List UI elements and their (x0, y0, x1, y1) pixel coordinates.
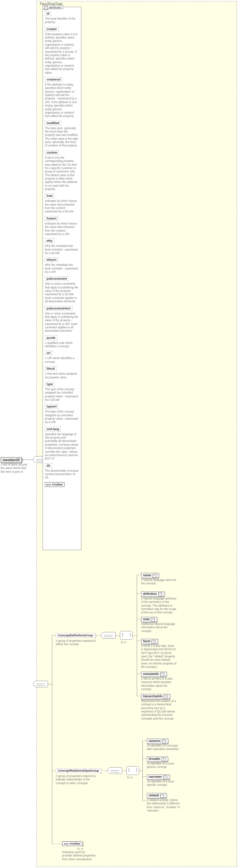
attr-anyOther-box: any ##other (45, 482, 64, 487)
attributes-list: idThe local identifier of the property.c… (45, 11, 79, 488)
elem-definition: definition+ (141, 591, 164, 597)
c-related (142, 801, 147, 801)
connector-seq-out (48, 684, 52, 684)
c-definition (137, 593, 141, 594)
attr-uri: uriA URI which identifies a concept. (45, 351, 79, 363)
attr-label-modified: modified (45, 121, 61, 125)
root-element-memberOf: memberOf (1, 457, 22, 463)
elem-remoteInfo: remoteInfo+ (141, 672, 166, 677)
attr-how: howIndicates by which means the value wa… (45, 193, 79, 213)
elem-narrower: narrower+ (147, 774, 169, 780)
connector-any (52, 844, 62, 844)
attr-label-pubconstraint: pubconstraint (45, 276, 69, 281)
connector-cdg-out (95, 635, 101, 636)
spine-crg (142, 741, 143, 801)
attr-anyOther: any ##other (45, 482, 79, 487)
elem-broader-desc: An identifier of a more generic concept. (147, 762, 182, 769)
group-ConceptRelationshipsGroup-desc: A group of properites required to indica… (56, 774, 96, 785)
attr-pubconstrainturi: pubconstrainturiOne or many constraints … (45, 306, 79, 333)
attr-label-xml:lang: xml:lang (45, 427, 61, 431)
attr-desc-howuri: Indicates by which means the value was e… (45, 222, 79, 236)
c-note (137, 619, 141, 619)
main-sequence (33, 681, 48, 687)
attr-label-whyuri: whyuri (45, 257, 58, 262)
spine-main (52, 635, 52, 844)
attr-whyuri: whyuriWhy the metadata has been included… (45, 257, 79, 274)
attr-literal: literalA free-text value assigned as pro… (45, 366, 79, 379)
attr-desc-modified: The date (and, optionally, the time) whe… (45, 126, 79, 147)
attr-modified: modifiedThe date (and, optionally, the t… (45, 121, 79, 147)
elem-hierarchyInfo: hierarchyInfo+ (141, 694, 169, 699)
elem-name: name+ (141, 573, 158, 578)
attr-desc-pubconstraint: One or many constraints that apply to pu… (45, 282, 79, 303)
cdg-sequence (101, 632, 116, 639)
c-hierarchyInfo (137, 696, 141, 696)
elem-related-desc: A related concept, where the relationshi… (147, 798, 182, 812)
attr-desc-qcode: A qualified code which identifies a conc… (45, 341, 79, 348)
crg-occ: 0..∞ (127, 776, 133, 779)
c-narrower (142, 776, 147, 777)
attr-label-custom: custom (45, 150, 59, 155)
attr-howuri: howuriIndicates by which means the value… (45, 216, 79, 236)
attr-desc-uri: A URI which identifies a concept. (45, 356, 79, 363)
root-element-desc: A set of Items around the same theme tha… (1, 463, 31, 473)
group-ConceptDefinitionGroup: ConceptDefinitionGroup (56, 633, 95, 638)
attr-why: whyWhy the metadata has been included - … (45, 238, 79, 255)
elem-facet: facet+ (141, 639, 157, 644)
attr-xml:lang: xml:langSpecifies the language of this p… (45, 427, 79, 461)
attr-custom: customIf set to true the corresponding p… (45, 150, 79, 191)
attr-label-why: why (45, 238, 54, 243)
attr-id: idThe local identifier of the property. (45, 11, 79, 24)
spine-cdg (137, 575, 137, 696)
any-occ: 0..∞ (78, 847, 83, 850)
attr-desc-dir: The directionality of textual content (e… (45, 469, 79, 479)
any-other-desc: Extension point for provider-defined pro… (62, 850, 96, 861)
attr-label-type: type (45, 382, 55, 386)
connector-crg-choice (122, 771, 126, 771)
connector-cdg-spine (133, 635, 137, 636)
attr-pubconstraint: pubconstraintOne or many constraints tha… (45, 276, 79, 303)
connector-cdg-choice (116, 635, 120, 636)
attr-label-howuri: howuri (45, 216, 58, 221)
c-name (137, 575, 141, 575)
attr-label-creator: creator (45, 27, 59, 31)
attr-label-creatoruri: creatoruri (45, 77, 62, 82)
attr-desc-custom: If set to true the corresponding propert… (45, 156, 79, 191)
elem-note-desc: Additional natural language information … (141, 622, 177, 633)
attr-creator: creatorIf the property value is not defi… (45, 27, 79, 74)
attr-label-id: id (45, 11, 51, 16)
attr-desc-type: The type of the concept assigned as cont… (45, 388, 79, 401)
diagram-canvas: Flex1PropType memberOf A set of Items ar… (0, 0, 238, 868)
attr-typeuri: typeuriThe type of the concept assigned … (45, 404, 79, 424)
group-ConceptDefinitionGroup-desc: A group of properties required to define… (56, 639, 96, 646)
connector-crg-out (103, 771, 107, 771)
cdg-occ: 0..∞ (121, 640, 126, 644)
c-broader (142, 758, 147, 759)
attr-label-dir: dir (45, 463, 52, 468)
connector-root (22, 460, 33, 460)
attr-label-pubconstrainturi: pubconstrainturi (45, 306, 73, 311)
attr-label-typeuri: typeuri (45, 404, 58, 409)
elem-definition-desc: A natural language definition of the sem… (141, 597, 177, 614)
attr-desc-whyuri: Why the metadata has been included - exp… (45, 263, 79, 274)
attr-dir: dirThe directionality of textual content… (45, 463, 79, 479)
elem-sameAs-desc: An identifier of a concept with equivale… (147, 744, 182, 751)
elem-narrower-desc: An identifier of a more specific concept… (147, 780, 182, 787)
c-sameAs (142, 741, 147, 741)
attr-desc-why: Why the metadata has been included - exp… (45, 244, 79, 255)
attr-desc-pubconstrainturi: One or many constraints that apply to pu… (45, 312, 79, 333)
attr-label-literal: literal (45, 366, 56, 371)
attrs-toggle-icon[interactable]: − (44, 6, 48, 10)
c-remoteInfo (137, 674, 141, 674)
attr-desc-literal: A free-text value assigned as property v… (45, 372, 79, 379)
crg-sequence (107, 767, 122, 774)
elem-name-desc: A natural language name for the concept. (141, 578, 177, 585)
attributes-tab: −attributes (43, 5, 63, 9)
attributes-frame: −attributes idThe local identifier of th… (43, 7, 81, 550)
attr-desc-creator: If the property value is not defined, sp… (45, 32, 79, 74)
attr-creatoruri: creatoruriIf the attribute is empty, spe… (45, 77, 79, 118)
connector-crg-spine (139, 771, 142, 771)
elem-facet-desc: In NAR 1.8 and later, facet is deprecate… (141, 644, 177, 669)
elem-hierarchyInfo-desc: Represents the position of a concept in … (141, 699, 177, 720)
crg-choice (126, 766, 139, 775)
